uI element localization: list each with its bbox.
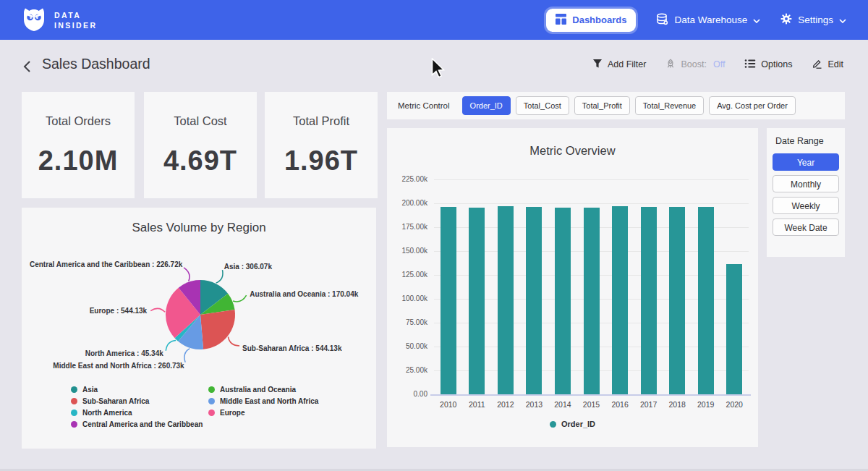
boost-toggle[interactable]: Boost: Off — [665, 59, 725, 71]
nav-menu: Dashboards Data Warehouse — [546, 9, 846, 32]
y-axis-tick: 25.00k — [391, 366, 427, 374]
bar-2019[interactable] — [698, 207, 714, 394]
bar-2014[interactable] — [555, 208, 571, 394]
pie-label: Middle East and North Africa : 260.73k — [53, 362, 184, 370]
bar-2015[interactable] — [584, 208, 600, 394]
bar-2010[interactable] — [441, 207, 456, 394]
y-axis-tick: 200.00k — [391, 199, 427, 207]
x-axis-tick: 2011 — [463, 400, 492, 409]
legend-dot — [208, 410, 215, 416]
bar-slot — [577, 179, 606, 394]
nav-settings[interactable]: Settings — [780, 13, 846, 27]
pie-label-line — [166, 340, 176, 350]
metric-button-order-id[interactable]: Order_ID — [462, 96, 511, 115]
add-filter-button[interactable]: Add Filter — [592, 59, 647, 71]
pie-label-line — [150, 308, 165, 312]
page-header: Sales Dashboard Add Filter Boost: Off — [0, 54, 868, 82]
bar-slot — [634, 179, 663, 394]
pie-label-line — [228, 337, 239, 346]
database-icon — [656, 13, 668, 27]
kpi-value: 4.69T — [163, 145, 237, 177]
bar-2013[interactable] — [526, 207, 542, 394]
back-button[interactable] — [23, 58, 38, 75]
bar-slot — [692, 179, 720, 394]
chevron-down-icon — [753, 14, 760, 25]
pie-label: Central America and the Caribbean : 226.… — [30, 260, 183, 268]
nav-data-warehouse[interactable]: Data Warehouse — [656, 13, 760, 27]
bar-2018[interactable] — [669, 207, 685, 394]
bar-2020[interactable] — [726, 264, 742, 394]
kpi-label: Total Orders — [46, 114, 111, 128]
date-button-monthly[interactable]: Monthly — [773, 175, 839, 192]
nav-dashboards-button[interactable]: Dashboards — [546, 9, 636, 32]
kpi-label: Total Profit — [293, 114, 349, 128]
y-axis-tick: 175.00k — [391, 223, 427, 231]
metric-button-total-revenue[interactable]: Total_Revenue — [635, 96, 704, 115]
legend-item[interactable]: Australia and Oceania — [208, 386, 318, 394]
dashboards-label: Dashboards — [572, 14, 626, 25]
pie-legend-col2: Australia and Oceania Middle East and No… — [208, 386, 318, 420]
chevron-down-icon — [839, 14, 846, 25]
date-button-weekly[interactable]: Weekly — [773, 197, 839, 214]
pie-legend-col1: Asia Sub-Saharan Africa North America Ce… — [71, 386, 203, 432]
brand: DATA INSIDER — [22, 6, 97, 35]
pie-slice-sub-saharan-africa[interactable] — [200, 310, 235, 349]
metric-button-total-profit[interactable]: Total_Profit — [574, 96, 630, 115]
bar-2011[interactable] — [469, 208, 485, 394]
bars-container — [434, 179, 749, 394]
bar-slot — [463, 179, 492, 394]
bar-2012[interactable] — [498, 206, 514, 394]
legend-item[interactable]: Central America and the Caribbean — [71, 420, 203, 428]
x-axis-tick: 2013 — [520, 400, 549, 409]
legend-item[interactable]: Middle East and North Africa — [208, 397, 318, 405]
kpi-label: Total Cost — [174, 114, 226, 128]
legend-dot — [208, 398, 215, 404]
list-icon — [744, 59, 756, 71]
pie-label-line — [184, 268, 190, 281]
date-button-week-date[interactable]: Week Date — [773, 218, 839, 236]
x-axis-tick: 2010 — [434, 400, 463, 409]
x-axis-tick: 2017 — [634, 400, 663, 409]
x-axis-tick: 2014 — [548, 400, 577, 409]
x-axis-tick: 2020 — [720, 400, 749, 409]
legend-dot — [71, 386, 77, 393]
bar-chart-plot: 225.00k200.00k175.00k150.00k125.00k100.0… — [387, 128, 758, 447]
pie-label-line — [233, 295, 247, 302]
legend-item[interactable]: Sub-Saharan Africa — [71, 397, 203, 405]
legend-dot — [208, 386, 215, 393]
bar-chart-legend[interactable]: Order_ID — [387, 420, 758, 428]
gear-icon — [780, 13, 792, 27]
page-title: Sales Dashboard — [42, 56, 150, 72]
legend-item[interactable]: Asia — [71, 386, 203, 394]
owl-logo-icon — [22, 6, 46, 35]
kpi-value: 2.10M — [38, 145, 119, 177]
header-toolbar: Add Filter Boost: Off — [592, 58, 843, 71]
kpi-card-total-profit: Total Profit 1.96T — [265, 92, 378, 198]
metric-button-total-cost[interactable]: Total_Cost — [516, 96, 569, 115]
legend-item[interactable]: Europe — [208, 409, 318, 417]
settings-label: Settings — [798, 14, 833, 25]
metric-button-avg-cost-per-order[interactable]: Avg. Cost per Order — [709, 96, 796, 115]
bar-slot — [605, 179, 634, 394]
bar-2016[interactable] — [612, 206, 628, 394]
y-axis-tick: 50.00k — [391, 342, 427, 350]
dashboard-grid-icon — [556, 14, 566, 27]
bar-slot — [548, 179, 577, 394]
y-axis-tick: 225.00k — [391, 175, 427, 183]
bar-2017[interactable] — [641, 207, 657, 394]
x-axis-tick: 2016 — [605, 400, 634, 409]
x-axis-tick: 2015 — [577, 400, 606, 409]
legend-item[interactable]: North America — [71, 409, 203, 417]
pie-label-line — [184, 349, 190, 362]
legend-dot — [71, 421, 77, 428]
date-range-panel: Date Range Year Monthly Weekly Week Date — [767, 128, 845, 257]
funnel-icon — [592, 59, 603, 71]
legend-label: Order_ID — [561, 420, 595, 428]
metric-control-label: Metric Control — [398, 101, 450, 110]
edit-button[interactable]: Edit — [812, 58, 843, 71]
date-button-year[interactable]: Year — [773, 153, 839, 171]
x-axis-tick: 2012 — [491, 400, 520, 409]
legend-dot — [71, 410, 77, 416]
bar-slot — [663, 179, 692, 394]
options-button[interactable]: Options — [744, 59, 792, 71]
